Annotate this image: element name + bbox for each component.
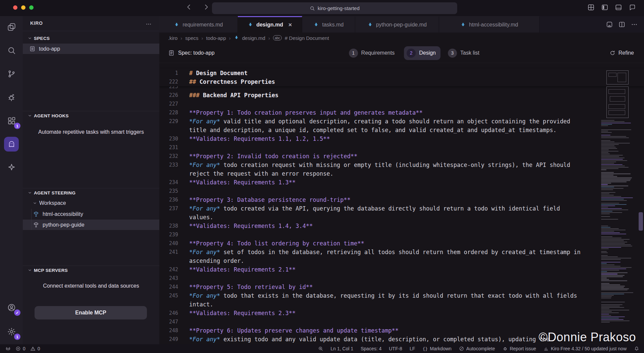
line-content[interactable]: title and description, a unique id, comp… bbox=[178, 126, 556, 134]
back-button[interactable] bbox=[185, 3, 195, 13]
status-bell-icon[interactable] bbox=[634, 346, 639, 351]
chat-button[interactable] bbox=[629, 4, 637, 12]
steering-item-html-accessibility[interactable]: html-accessibility bbox=[23, 209, 159, 219]
line-content[interactable]: values. bbox=[178, 213, 213, 222]
minimize-window-button[interactable] bbox=[21, 5, 25, 10]
line-content[interactable]: **Property 6: Updates preserve changes a… bbox=[178, 326, 398, 335]
activity-item-account[interactable]: ✓ bbox=[4, 300, 19, 315]
line-content[interactable]: **Property 5: Todo retrieval by id** bbox=[178, 283, 313, 291]
close-window-button[interactable] bbox=[13, 5, 17, 10]
activity-item-sparkle[interactable] bbox=[4, 160, 19, 175]
steering-item-python-pep-guide[interactable]: python-pep-guide bbox=[23, 220, 159, 230]
line-content[interactable]: intact. bbox=[178, 300, 213, 309]
line-content[interactable]: **Property 3: Database persistence round… bbox=[178, 195, 351, 204]
status-markdown[interactable]: {}Markdown bbox=[423, 346, 452, 351]
breadcrumb-item[interactable]: .kiro bbox=[168, 35, 177, 41]
activity-item-pages[interactable] bbox=[4, 19, 19, 34]
section-mcp-servers-header[interactable]: MCP SERVERS bbox=[28, 265, 68, 276]
line-content[interactable] bbox=[178, 86, 189, 91]
status-spaces-4[interactable]: Spaces: 4 bbox=[361, 346, 381, 351]
line-content[interactable] bbox=[178, 274, 189, 283]
status-remote-icon[interactable] bbox=[5, 346, 11, 351]
activity-item-source-control[interactable] bbox=[4, 66, 19, 81]
tab-python-pep-guide.md[interactable]: python-pep-guide.md bbox=[355, 16, 439, 33]
panel-left-button[interactable] bbox=[601, 4, 609, 12]
sidebar-more-actions-button[interactable] bbox=[145, 21, 153, 28]
editor-body[interactable]: 1# Design Document222## Correctness Prop… bbox=[159, 63, 644, 344]
line-content[interactable]: *For any* existing todo and any valid up… bbox=[178, 335, 550, 344]
breadcrumb[interactable]: .kiro›specs›todo-app›design.md›abc# Desi… bbox=[159, 33, 644, 43]
line-content[interactable]: *For any* todo created via the API, quer… bbox=[178, 204, 560, 213]
breadcrumb-file[interactable]: design.md bbox=[242, 35, 265, 41]
kiro-open-button[interactable] bbox=[606, 21, 613, 28]
line-content[interactable] bbox=[178, 143, 189, 152]
line-content[interactable]: **Validates: Requirements 1.4, 3.4** bbox=[178, 222, 313, 230]
line-content[interactable]: **Property 1: Todo creation preserves in… bbox=[178, 108, 423, 117]
minimap[interactable] bbox=[601, 69, 637, 338]
status-autocomplete[interactable]: Autocomplete bbox=[459, 346, 495, 351]
enable-mcp-button[interactable]: Enable MCP bbox=[35, 306, 147, 319]
panel-bottom-button[interactable] bbox=[615, 4, 623, 12]
maximize-window-button[interactable] bbox=[29, 5, 34, 10]
line-content[interactable]: ### Backend API Properties bbox=[178, 91, 278, 100]
spec-step-task-list[interactable]: 3Task list bbox=[445, 46, 484, 60]
line-content[interactable]: *For any* todo that exists in the databa… bbox=[178, 291, 577, 300]
line-content[interactable]: **Validates: Requirements 2.1** bbox=[178, 265, 296, 274]
line-content[interactable]: *For any* todo creation request with mis… bbox=[178, 161, 570, 169]
tab-requirements.md[interactable]: requirements.md bbox=[159, 16, 238, 33]
scrollbar-thumb[interactable] bbox=[639, 212, 643, 231]
ellipsis-button[interactable] bbox=[631, 21, 638, 28]
line-content[interactable] bbox=[178, 317, 189, 326]
activity-item-search[interactable] bbox=[4, 43, 19, 58]
activity-item-kiro-ghost[interactable] bbox=[4, 137, 19, 152]
line-content[interactable] bbox=[178, 187, 189, 195]
line-content[interactable] bbox=[178, 100, 189, 108]
section-specs-header[interactable]: SPECS bbox=[28, 33, 50, 44]
status-report-issue[interactable]: Report issue bbox=[502, 346, 536, 351]
status-kiro-free-4-32-50-updated-just-now[interactable]: Kiro Free 4.32 / 50 updated just now bbox=[543, 346, 627, 351]
line-content[interactable]: reject the request with an error respons… bbox=[178, 169, 333, 178]
status-lf[interactable]: LF bbox=[410, 346, 415, 351]
layout-grid-button[interactable] bbox=[587, 4, 595, 12]
command-search-bar[interactable]: kiro-getting-started bbox=[212, 2, 457, 14]
activity-item-extensions[interactable]: 1 bbox=[4, 113, 19, 128]
forward-button[interactable] bbox=[203, 3, 212, 13]
spec-step-requirements[interactable]: 1Requirements bbox=[346, 46, 399, 60]
spec-step-design[interactable]: 2Design bbox=[404, 46, 440, 60]
status-zoom-icon[interactable] bbox=[318, 346, 323, 351]
editor-line: 230**Validates: Requirements 1.1, 1.2, 1… bbox=[159, 134, 644, 143]
line-content[interactable]: **Validates: Requirements 1.3** bbox=[178, 178, 296, 187]
meter-icon bbox=[543, 346, 549, 351]
breadcrumb-item[interactable]: specs bbox=[185, 35, 198, 41]
line-content[interactable] bbox=[178, 230, 189, 239]
activity-item-debug[interactable] bbox=[4, 90, 19, 105]
tab-html-accessibility.md[interactable]: html-accessibility.md bbox=[439, 16, 540, 33]
line-content[interactable]: **Property 2: Invalid todo creation is r… bbox=[178, 152, 358, 161]
line-content[interactable]: ## Correctness Properties bbox=[178, 77, 275, 86]
section-agent-hooks-header[interactable]: AGENT HOOKS bbox=[28, 110, 69, 121]
refine-button[interactable]: Refine bbox=[609, 43, 634, 63]
editor-line: 225 bbox=[159, 86, 644, 91]
tab-design.md[interactable]: design.md✕ bbox=[238, 16, 302, 33]
status-0[interactable]: 0 bbox=[30, 346, 40, 351]
line-content[interactable]: # Design Document bbox=[178, 69, 248, 77]
line-content[interactable]: ascending order. bbox=[178, 256, 244, 265]
line-number: 231 bbox=[159, 143, 178, 152]
breadcrumb-item[interactable]: todo-app bbox=[206, 35, 226, 41]
steering-group-workspace[interactable]: Workspace bbox=[23, 198, 159, 208]
line-content[interactable]: **Validates: Requirements 1.1, 1.2, 1.5*… bbox=[178, 134, 330, 143]
status-ln-1-col-1[interactable]: Ln 1, Col 1 bbox=[331, 346, 354, 351]
line-content[interactable]: *For any* valid title and optional descr… bbox=[178, 117, 570, 126]
line-content[interactable]: **Property 4: Todo list ordering by crea… bbox=[178, 239, 364, 248]
sidebar-item-todo-app[interactable]: todo-app bbox=[23, 44, 159, 54]
activity-item-settings-gear[interactable]: 1 bbox=[4, 324, 19, 339]
status-utf-8[interactable]: UTF-8 bbox=[389, 346, 402, 351]
line-content[interactable]: **Validates: Requirements 2.3** bbox=[178, 309, 296, 317]
line-content[interactable]: *For any* set of todos in the database, … bbox=[178, 248, 581, 256]
status-0[interactable]: 0 bbox=[15, 346, 25, 351]
close-tab-icon[interactable]: ✕ bbox=[288, 22, 292, 27]
breadcrumb-symbol[interactable]: # Design Document bbox=[285, 35, 329, 41]
section-agent-steering-header[interactable]: AGENT STEERING bbox=[28, 187, 75, 198]
tab-tasks.md[interactable]: tasks.md bbox=[302, 16, 355, 33]
split-editor-button[interactable] bbox=[618, 21, 626, 28]
